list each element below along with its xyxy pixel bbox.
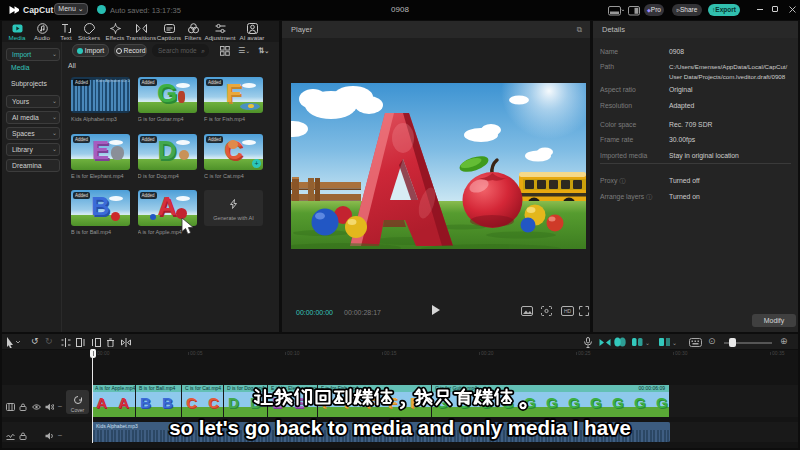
svg-text:HD: HD — [564, 308, 572, 314]
